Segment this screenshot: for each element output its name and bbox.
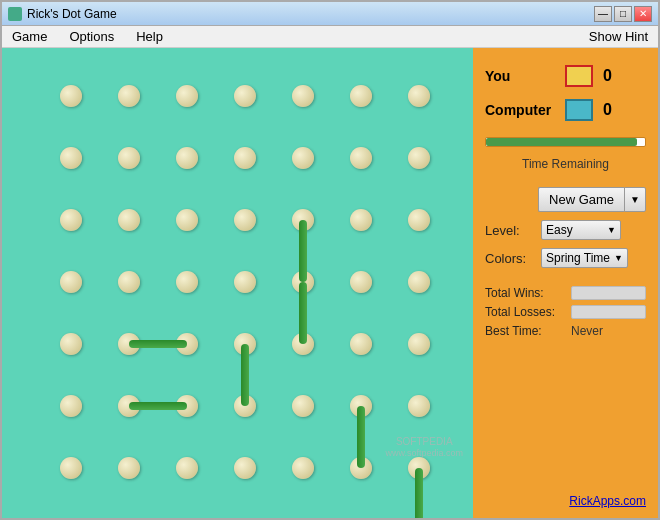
menu-bar: Game Options Help Show Hint [2, 26, 658, 48]
colors-dropdown-arrow: ▼ [614, 253, 623, 263]
dot[interactable] [118, 209, 140, 231]
new-game-button[interactable]: New Game [538, 187, 624, 212]
dot[interactable] [176, 271, 198, 293]
dot[interactable] [118, 271, 140, 293]
window-controls: — □ ✕ [594, 6, 652, 22]
minimize-button[interactable]: — [594, 6, 612, 22]
dot[interactable] [292, 457, 314, 479]
dot[interactable] [234, 271, 256, 293]
dot[interactable] [408, 209, 430, 231]
computer-color-box [565, 99, 593, 121]
dot[interactable] [292, 147, 314, 169]
vertical-line[interactable] [357, 406, 365, 468]
total-losses-bar [571, 305, 646, 319]
vertical-line[interactable] [241, 344, 249, 406]
dot[interactable] [60, 147, 82, 169]
colors-label: Colors: [485, 251, 535, 266]
best-time-row: Best Time: Never [485, 324, 646, 338]
dot[interactable] [60, 209, 82, 231]
main-content: SOFTPEDIAwww.softpedia.com You 0 Compute… [2, 48, 658, 518]
sidebar: You 0 Computer 0 Time Remaining New Game… [473, 48, 658, 518]
dot[interactable] [350, 271, 372, 293]
vertical-line[interactable] [415, 468, 423, 518]
dot[interactable] [408, 395, 430, 417]
dot[interactable] [60, 457, 82, 479]
new-game-row: New Game ▼ [485, 187, 646, 212]
vertical-line[interactable] [299, 220, 307, 282]
dot[interactable] [234, 457, 256, 479]
dot[interactable] [60, 271, 82, 293]
dot[interactable] [60, 85, 82, 107]
player-score: 0 [603, 67, 612, 85]
menu-game[interactable]: Game [6, 27, 53, 46]
stats-section: Total Wins: Total Losses: Best Time: Nev… [485, 286, 646, 338]
dot[interactable] [234, 85, 256, 107]
player-color-box [565, 65, 593, 87]
dot[interactable] [118, 85, 140, 107]
menu-help[interactable]: Help [130, 27, 169, 46]
best-time-value: Never [571, 324, 603, 338]
horizontal-line[interactable] [129, 402, 187, 410]
dot[interactable] [176, 209, 198, 231]
time-remaining-label: Time Remaining [485, 157, 646, 171]
best-time-label: Best Time: [485, 324, 565, 338]
player-label: You [485, 68, 555, 84]
total-wins-row: Total Wins: [485, 286, 646, 300]
total-wins-bar [571, 286, 646, 300]
dot[interactable] [408, 85, 430, 107]
dot[interactable] [176, 147, 198, 169]
game-board[interactable]: SOFTPEDIAwww.softpedia.com [2, 48, 473, 518]
level-value: Easy [546, 223, 573, 237]
new-game-dropdown[interactable]: ▼ [624, 187, 646, 212]
board-grid [43, 68, 433, 498]
progress-bar [486, 138, 637, 146]
dot[interactable] [350, 147, 372, 169]
level-label: Level: [485, 223, 535, 238]
dot[interactable] [234, 147, 256, 169]
show-hint-button[interactable]: Show Hint [583, 27, 654, 46]
dot[interactable] [350, 333, 372, 355]
colors-select[interactable]: Spring Time ▼ [541, 248, 628, 268]
progress-container [485, 137, 646, 147]
dot[interactable] [408, 271, 430, 293]
computer-score-row: Computer 0 [485, 97, 646, 123]
app-icon [8, 7, 22, 21]
player-score-row: You 0 [485, 63, 646, 89]
computer-score: 0 [603, 101, 612, 119]
vertical-line[interactable] [299, 282, 307, 344]
dot[interactable] [292, 85, 314, 107]
colors-value: Spring Time [546, 251, 610, 265]
dot[interactable] [234, 209, 256, 231]
title-bar: Rick's Dot Game — □ ✕ [2, 2, 658, 26]
dot[interactable] [118, 147, 140, 169]
total-losses-row: Total Losses: [485, 305, 646, 319]
dot[interactable] [118, 457, 140, 479]
level-row: Level: Easy ▼ [485, 220, 646, 240]
menu-options[interactable]: Options [63, 27, 120, 46]
colors-row: Colors: Spring Time ▼ [485, 248, 646, 268]
dot[interactable] [60, 333, 82, 355]
close-button[interactable]: ✕ [634, 6, 652, 22]
horizontal-line[interactable] [129, 340, 187, 348]
window-title: Rick's Dot Game [27, 7, 594, 21]
dot[interactable] [350, 209, 372, 231]
dot[interactable] [350, 85, 372, 107]
dot[interactable] [292, 395, 314, 417]
app-window: Rick's Dot Game — □ ✕ Game Options Help … [0, 0, 660, 520]
total-losses-label: Total Losses: [485, 305, 565, 319]
total-wins-label: Total Wins: [485, 286, 565, 300]
computer-label: Computer [485, 102, 555, 118]
level-dropdown-arrow: ▼ [607, 225, 616, 235]
rickapp-link[interactable]: RickApps.com [485, 494, 646, 508]
dot[interactable] [176, 457, 198, 479]
level-select[interactable]: Easy ▼ [541, 220, 621, 240]
maximize-button[interactable]: □ [614, 6, 632, 22]
dot[interactable] [176, 85, 198, 107]
dot[interactable] [408, 333, 430, 355]
dot[interactable] [408, 147, 430, 169]
dot[interactable] [60, 395, 82, 417]
